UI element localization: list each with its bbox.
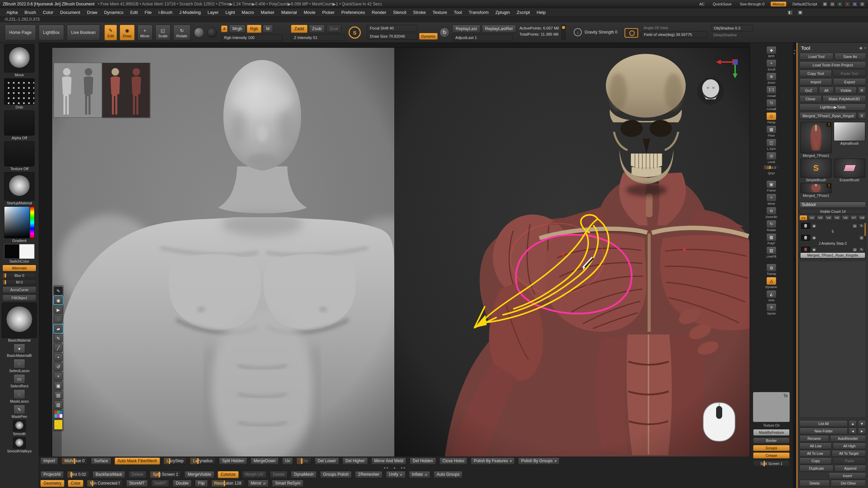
palette-button-delete[interactable]: Delete — [270, 471, 288, 478]
folder-icon[interactable]: ▥ — [859, 235, 864, 240]
shelf-button-move[interactable]: +Move — [763, 194, 780, 205]
subtool-down-button[interactable]: ▼ — [858, 420, 866, 427]
fov-slider[interactable]: Field of view(deg) 39.59775 — [641, 31, 707, 38]
menu-bar-icon-panel-toggle-icon[interactable]: ◧ — [787, 9, 793, 16]
menu-item-file[interactable]: File — [141, 9, 155, 16]
subtool-action-all-to-target[interactable]: All To Target — [832, 450, 866, 457]
palette-button-auto-groups[interactable]: Auto Groups — [434, 471, 462, 478]
window-icon-red-dot-icon[interactable]: ● — [844, 1, 850, 7]
collapse-left-icon[interactable]: ◂ — [794, 49, 795, 52]
scrub-handle-icon[interactable]: ▲ — [393, 466, 396, 469]
palette-button-uv[interactable]: Uv — [282, 458, 293, 465]
tool-button-goz[interactable]: GoZ — [800, 87, 818, 94]
paint-button-m[interactable]: M — [263, 25, 273, 33]
subtool-action-all-high[interactable]: All High — [833, 443, 866, 449]
dock-item-rf-0[interactable]: Rf 0 — [2, 280, 36, 285]
palette-button-storemt[interactable]: StoreMT — [126, 480, 148, 487]
tool-button-make-polymesh3d[interactable]: Make PolyMesh3D — [823, 95, 866, 102]
replay-button-replaylastrel[interactable]: ReplayLastRel — [482, 25, 516, 33]
palette-button-mirror-and-weld[interactable]: Mirror And Weld — [371, 458, 407, 465]
tool-button-load-tool[interactable]: Load Tool — [800, 53, 833, 60]
gravity-strength-slider[interactable]: Gravity Strength 0 — [585, 30, 617, 35]
menu-item-render[interactable]: Render — [369, 9, 390, 16]
sculpt-icon[interactable]: ✎ — [859, 247, 864, 252]
menu-item-stroke[interactable]: Stroke — [410, 9, 429, 16]
dock-item-maskpen[interactable]: ✎MaskPen — [1, 405, 37, 419]
menu-item-stencil[interactable]: Stencil — [390, 9, 409, 16]
menu-item-transform[interactable]: Transform — [466, 9, 492, 16]
tool-button-import[interactable]: Import — [800, 78, 832, 85]
small-tool-thumbnail[interactable]: 3 — [800, 183, 832, 193]
canvas-tool-cursor-icon[interactable]: ▶ — [54, 306, 63, 314]
eye-icon[interactable]: ◉ — [811, 235, 817, 240]
subtool-item[interactable]: ◉ ▤ ✎ — [801, 246, 865, 253]
titlebar-button-defaultzscript[interactable]: DefaultZScript — [790, 2, 819, 6]
subtool-tab-v2[interactable]: V2 — [808, 215, 816, 220]
dock-item-accucurve[interactable]: AccuCurve — [2, 286, 36, 293]
menu-item-texture[interactable]: Texture — [430, 9, 450, 16]
palette-button-del-lower[interactable]: Del Lower — [315, 458, 339, 465]
titlebar-button-menus[interactable]: Menus — [771, 2, 787, 6]
paint-chip[interactable]: A — [221, 25, 228, 32]
canvas-tool-trash-icon[interactable]: × — [54, 372, 63, 380]
palette-button-import[interactable]: Import — [40, 458, 58, 465]
scrub-right-icon[interactable]: ►► — [400, 466, 406, 469]
subtool-action-paste[interactable]: Paste — [833, 458, 866, 464]
stroke-preview-icon[interactable] — [194, 27, 204, 38]
tool-button-clone[interactable]: Clone — [800, 95, 822, 102]
dock-item-gradient[interactable]: Gradient — [1, 206, 37, 243]
folder-left-button[interactable]: ◄ — [849, 428, 857, 434]
mode-button-rotate[interactable]: ↻Rotate — [173, 25, 190, 40]
eye-icon[interactable]: ◉ — [811, 247, 817, 252]
deepshadow-button[interactable]: DeepShadow — [711, 33, 753, 37]
palette-button-split-hidden[interactable]: Split Hidden — [219, 458, 247, 465]
tool-button-export[interactable]: Export — [833, 78, 866, 85]
dock-item-masklasso[interactable]: ◌MaskLasso — [1, 389, 37, 403]
focal-shift-slider[interactable]: Focal Shift 40 — [367, 25, 418, 32]
tool-button-save-as[interactable]: Save As — [834, 53, 866, 60]
canvas-tool-dot-icon[interactable]: • — [54, 353, 63, 361]
palette-button-surface[interactable]: Surface — [91, 458, 111, 465]
dock-item-texture-off[interactable]: Texture Off — [1, 141, 37, 171]
mode-button-edit[interactable]: ✎Edit — [104, 25, 117, 40]
dock-item-switchcolor[interactable]: SwitchColor — [1, 244, 37, 263]
current-tool-name-r[interactable]: R — [858, 112, 866, 119]
subtool-action-all-to-low[interactable]: All To Low — [800, 450, 831, 457]
palette-button-groups-polish[interactable]: Groups Polish — [320, 471, 352, 478]
menu-item-tool[interactable]: Tool — [451, 9, 465, 16]
shelf-button-floor[interactable]: ▦Floor — [763, 125, 780, 137]
split-screen-slider[interactable]: Split Screen 1 — [753, 460, 790, 467]
dock-item-dots[interactable]: Dots — [1, 78, 37, 109]
shelf-button-transp[interactable]: ◍Transp — [763, 264, 780, 276]
palette-button-projectall[interactable]: ProjectAll — [40, 471, 64, 478]
subtool-action-duplicate[interactable]: Duplicate — [800, 465, 833, 472]
subtool-up-button[interactable]: ▲ — [849, 420, 857, 427]
nav-button-home-page[interactable]: Home Page — [5, 25, 36, 40]
subtool-action-autoreorder[interactable]: AutoReorder — [830, 435, 866, 442]
mask-by-feature-button[interactable]: MaskByFeature — [753, 429, 790, 436]
subtool-action-insert[interactable]: Insert — [829, 472, 866, 479]
menu-item-help[interactable]: Help — [534, 9, 549, 16]
subtool-tab-v7[interactable]: V7 — [850, 215, 858, 220]
subtool-action-append[interactable]: Append — [834, 465, 866, 472]
active-tool-thumbnail[interactable]: 3 — [800, 122, 832, 153]
subtool-action-copy[interactable]: Copy — [800, 458, 832, 464]
menu-item-material[interactable]: Material — [278, 9, 300, 16]
shelf-button-bpr[interactable]: ◆BPR — [763, 46, 780, 58]
titlebar-button-see-through-0[interactable]: See-through 0 — [738, 2, 767, 6]
menu-item-color[interactable]: Color — [40, 9, 56, 16]
subtool-item[interactable]: ◉ ▥ — [801, 234, 865, 241]
shelf-button-dynamic[interactable]: ◬Dynamic — [763, 277, 780, 289]
shelf-button-zoom3d[interactable]: ⊖Zoom3D — [763, 207, 780, 219]
dock-item-selectrect[interactable]: ▭SelectRect — [1, 374, 37, 388]
viewport-right-anatomy[interactable] — [394, 48, 750, 457]
palette-button-delmt[interactable]: DelMT — [151, 480, 169, 487]
palette-menu-icon[interactable]: ◉ — [859, 46, 863, 50]
shelf-button-l-sym[interactable]: ◫L.Sym — [763, 139, 780, 150]
dock-item-smooth[interactable]: Smooth — [1, 420, 37, 436]
current-tool-name-merged-tpose1-ryan-kingsli[interactable]: Merged_TPose1_Ryan_Kingsli — [800, 112, 857, 119]
viewport-left-sculpt[interactable]: ✎◉▶◌▰✎╱•↺×▣▤▥ — [52, 48, 394, 457]
palette-button-min-connected-f[interactable]: Min Connected f — [87, 480, 122, 487]
canvas-tool-yellow-swatch[interactable] — [54, 420, 63, 430]
window-icon-green-dot-icon[interactable]: ● — [837, 1, 843, 7]
